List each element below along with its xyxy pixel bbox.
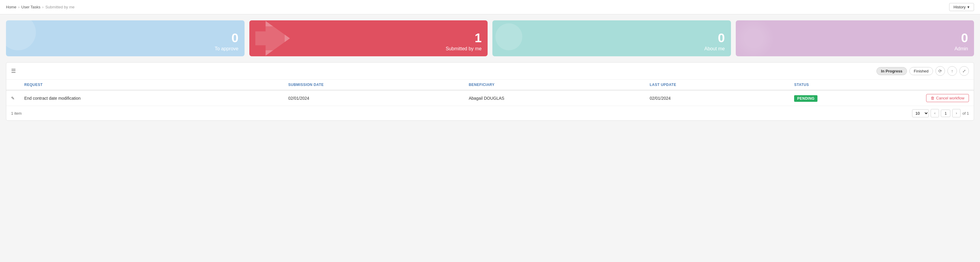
- card-admin[interactable]: 0 Admin: [736, 20, 974, 56]
- page-of: of 1: [963, 111, 969, 116]
- upload-button[interactable]: ↑: [947, 66, 957, 76]
- col-request: REQUEST: [19, 80, 283, 90]
- next-page-button[interactable]: ›: [952, 109, 961, 117]
- data-table: REQUEST SUBMISSION DATE BENEFICIARY LAST…: [6, 80, 974, 106]
- breadcrumb-sep2: ›: [42, 5, 43, 9]
- cancel-workflow-button[interactable]: 🗑 Cancel workflow: [926, 94, 969, 102]
- breadcrumb-bar: Home › User Tasks › Submitted by me Hist…: [0, 0, 980, 14]
- item-count: 1 item: [11, 111, 22, 116]
- breadcrumb-home[interactable]: Home: [6, 5, 16, 9]
- row-request: End contract date modification: [19, 90, 283, 106]
- row-status: PENDING: [789, 90, 921, 106]
- table-footer: 1 item 10 25 50 100 ‹ 1 › of 1: [6, 106, 974, 120]
- card-about-me[interactable]: 0 About me: [492, 20, 731, 56]
- prev-page-button[interactable]: ‹: [931, 109, 939, 117]
- pagination: 10 25 50 100 ‹ 1 › of 1: [912, 109, 969, 117]
- history-label: History: [954, 5, 966, 9]
- card-submitted-by-me[interactable]: 1 Submitted by me: [249, 20, 488, 56]
- col-actions: [921, 80, 974, 90]
- card-admin-number: 0: [961, 32, 968, 44]
- card-to-approve[interactable]: 0 To approve: [6, 20, 245, 56]
- breadcrumb-sep1: ›: [18, 5, 19, 9]
- row-submission-date: 02/01/2024: [283, 90, 464, 106]
- toolbar-left: ☰: [11, 68, 16, 74]
- row-beneficiary: Abagail DOUGLAS: [464, 90, 645, 106]
- breadcrumb-user-tasks[interactable]: User Tasks: [21, 5, 40, 9]
- card-submitted-by-me-number: 1: [475, 32, 482, 44]
- cancel-workflow-label: Cancel workflow: [936, 96, 964, 100]
- col-submission-date: SUBMISSION DATE: [283, 80, 464, 90]
- trash-icon: 🗑: [931, 96, 934, 100]
- row-last-update: 02/01/2024: [645, 90, 790, 106]
- list-icon[interactable]: ☰: [11, 68, 16, 74]
- row-action: 🗑 Cancel workflow: [921, 90, 974, 106]
- card-about-me-label: About me: [704, 46, 725, 51]
- expand-button[interactable]: ⤢: [959, 66, 969, 76]
- col-icon: [6, 80, 19, 90]
- card-to-approve-number: 0: [231, 32, 238, 44]
- table-header-row: REQUEST SUBMISSION DATE BENEFICIARY LAST…: [6, 80, 974, 90]
- table-row: ✎ End contract date modification 02/01/2…: [6, 90, 974, 106]
- row-edit-icon[interactable]: ✎: [6, 90, 19, 106]
- col-status: STATUS: [789, 80, 921, 90]
- status-badge: PENDING: [794, 95, 818, 102]
- breadcrumb-current: Submitted by me: [45, 5, 75, 9]
- toolbar: ☰ In Progress Finished ⟳ ↑ ⤢: [6, 62, 974, 80]
- card-admin-label: Admin: [955, 46, 968, 51]
- breadcrumb: Home › User Tasks › Submitted by me: [6, 5, 75, 9]
- toolbar-right: In Progress Finished ⟳ ↑ ⤢: [877, 66, 969, 76]
- filter-finished-button[interactable]: Finished: [909, 67, 933, 75]
- card-submitted-by-me-label: Submitted by me: [446, 46, 482, 51]
- refresh-button[interactable]: ⟳: [935, 66, 945, 76]
- col-beneficiary: BENEFICIARY: [464, 80, 645, 90]
- cards-container: 0 To approve 1 Submitted by me 0 About m…: [0, 14, 980, 62]
- card-about-me-number: 0: [718, 32, 725, 44]
- filter-in-progress-button[interactable]: In Progress: [877, 67, 907, 75]
- col-last-update: LAST UPDATE: [645, 80, 790, 90]
- page-size-select[interactable]: 10 25 50 100: [912, 109, 929, 117]
- main-section: ☰ In Progress Finished ⟳ ↑ ⤢ REQUEST SUB…: [6, 62, 974, 121]
- page-number: 1: [941, 110, 950, 117]
- chevron-down-icon: ▾: [967, 5, 969, 9]
- card-to-approve-label: To approve: [215, 46, 238, 51]
- history-button[interactable]: History ▾: [949, 3, 974, 11]
- edit-icon[interactable]: ✎: [11, 96, 15, 101]
